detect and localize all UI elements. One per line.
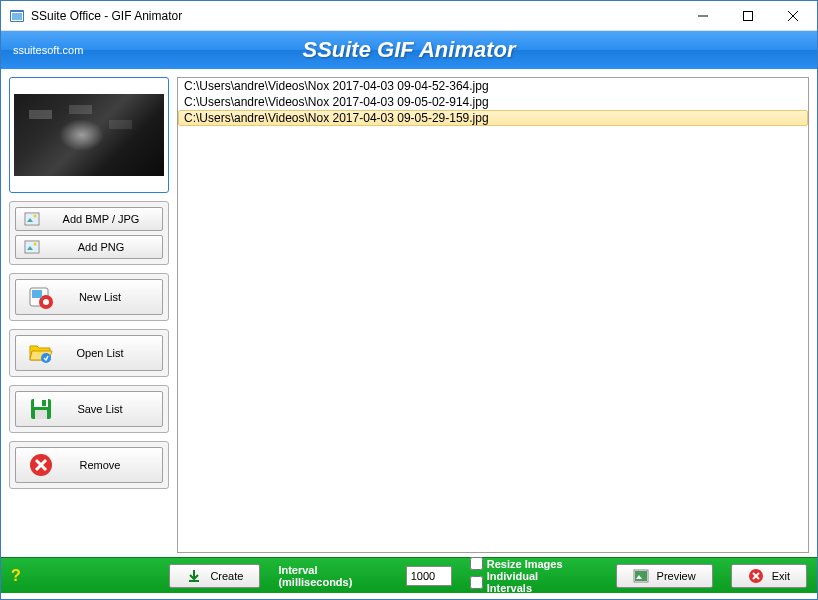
add-group: Add BMP / JPG Add PNG <box>9 201 169 265</box>
svg-point-17 <box>43 299 49 305</box>
image-icon <box>24 239 40 255</box>
list-item[interactable]: C:\Users\andre\Videos\Nox 2017-04-03 09-… <box>178 78 808 94</box>
individual-checkbox[interactable] <box>470 576 483 589</box>
create-button[interactable]: Create <box>169 564 260 588</box>
new-list-label: New List <box>62 291 154 303</box>
image-icon <box>24 211 40 227</box>
sidebar: Add BMP / JPG Add PNG New List Open List… <box>9 77 169 553</box>
svg-point-14 <box>34 243 37 246</box>
new-list-icon <box>28 284 54 310</box>
new-list-button[interactable]: New List <box>15 279 163 315</box>
save-group: Save List <box>9 385 169 433</box>
create-label: Create <box>210 570 243 582</box>
list-item[interactable]: C:\Users\andre\Videos\Nox 2017-04-03 09-… <box>178 110 808 126</box>
interval-label: Interval (milliseconds) <box>278 564 387 588</box>
remove-button[interactable]: Remove <box>15 447 163 483</box>
main-area: Add BMP / JPG Add PNG New List Open List… <box>1 69 817 557</box>
individual-checkbox-row[interactable]: Individual Intervals <box>470 570 580 594</box>
resize-checkbox[interactable] <box>470 557 483 570</box>
resize-checkbox-row[interactable]: Resize Images <box>470 557 580 570</box>
add-png-label: Add PNG <box>48 241 154 253</box>
folder-open-icon <box>28 340 54 366</box>
preview-label: Preview <box>657 570 696 582</box>
preview-icon <box>633 568 649 584</box>
resize-label: Resize Images <box>487 558 563 570</box>
banner: ssuitesoft.com SSuite GIF Animator <box>1 31 817 69</box>
svg-rect-29 <box>635 571 647 581</box>
checkbox-group: Resize Images Individual Intervals <box>470 557 580 594</box>
save-list-button[interactable]: Save List <box>15 391 163 427</box>
remove-group: Remove <box>9 441 169 489</box>
exit-label: Exit <box>772 570 790 582</box>
preview-button[interactable]: Preview <box>616 564 713 588</box>
titlebar: SSuite Office - GIF Animator <box>1 1 817 31</box>
svg-rect-18 <box>32 290 42 298</box>
save-icon <box>28 396 54 422</box>
open-group: Open List <box>9 329 169 377</box>
banner-url: ssuitesoft.com <box>13 44 83 56</box>
new-group: New List <box>9 273 169 321</box>
interval-input[interactable] <box>406 566 452 586</box>
exit-icon <box>748 568 764 584</box>
close-button[interactable] <box>770 2 815 30</box>
individual-label: Individual Intervals <box>487 570 580 594</box>
help-button[interactable]: ? <box>11 567 30 585</box>
remove-icon <box>28 452 54 478</box>
add-bmp-label: Add BMP / JPG <box>48 213 154 225</box>
remove-label: Remove <box>62 459 154 471</box>
exit-button[interactable]: Exit <box>731 564 807 588</box>
create-icon <box>186 568 202 584</box>
minimize-button[interactable] <box>680 2 725 30</box>
svg-rect-4 <box>743 11 752 20</box>
svg-point-19 <box>41 353 51 363</box>
window-title: SSuite Office - GIF Animator <box>31 9 680 23</box>
svg-rect-22 <box>35 410 47 419</box>
svg-rect-23 <box>42 400 46 406</box>
open-list-label: Open List <box>62 347 154 359</box>
save-list-label: Save List <box>62 403 154 415</box>
app-icon <box>9 8 25 24</box>
svg-point-10 <box>34 215 37 218</box>
svg-rect-2 <box>12 13 22 20</box>
file-list[interactable]: C:\Users\andre\Videos\Nox 2017-04-03 09-… <box>177 77 809 553</box>
add-bmp-jpg-button[interactable]: Add BMP / JPG <box>15 207 163 231</box>
bottom-bar: ? Create Interval (milliseconds) Resize … <box>1 557 817 593</box>
preview-frame <box>9 77 169 193</box>
maximize-button[interactable] <box>725 2 770 30</box>
add-png-button[interactable]: Add PNG <box>15 235 163 259</box>
open-list-button[interactable]: Open List <box>15 335 163 371</box>
banner-title: SSuite GIF Animator <box>302 37 515 63</box>
preview-image <box>14 94 164 176</box>
list-item[interactable]: C:\Users\andre\Videos\Nox 2017-04-03 09-… <box>178 94 808 110</box>
